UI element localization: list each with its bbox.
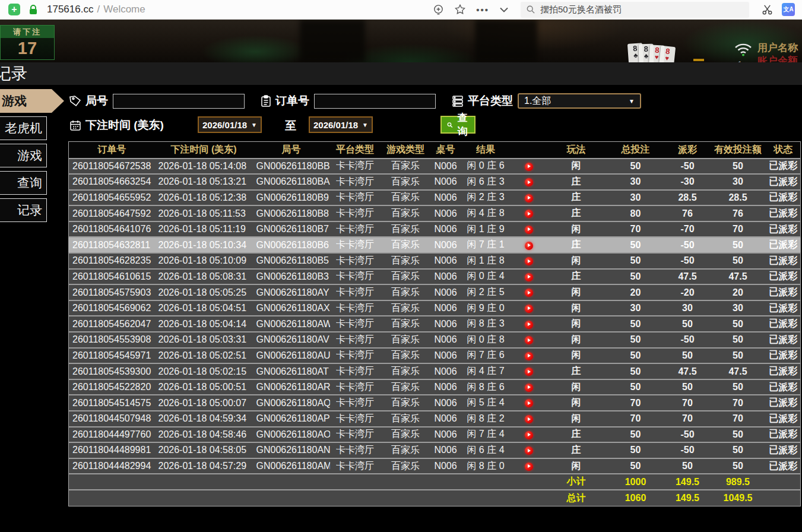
table-row[interactable]: 260118054569062 2026-01-18 05:04:51 GN00… (69, 300, 801, 316)
cell-table-number: N006 (431, 159, 461, 175)
cell-platform: 卡卡湾厅 (330, 363, 381, 379)
play-icon[interactable] (525, 463, 533, 471)
play-icon[interactable] (525, 446, 533, 455)
cell-result: 闲 7 庄 1 (461, 237, 511, 253)
more-icon[interactable]: ••• (476, 5, 489, 15)
cell-play-type: 庄 (547, 237, 606, 253)
cell-game-type: 百家乐 (381, 159, 431, 175)
cell-round-number: GN006261180BA (253, 174, 330, 190)
search-box[interactable]: 摆拍50元换名酒被罚 (521, 2, 749, 18)
table-row[interactable]: 260118044482994 2026-01-18 04:57:29 GN00… (69, 458, 801, 474)
table-row[interactable]: 260118044507948 2026-01-18 04:59:34 GN00… (69, 411, 801, 427)
play-icon[interactable] (525, 415, 533, 423)
platform-select[interactable]: 1.全部 ▼ (518, 93, 641, 109)
search-icon (527, 5, 535, 14)
cell-total-bet: 30 (606, 300, 665, 316)
cell-bet-time: 2026-01-18 05:13:21 (155, 174, 253, 190)
cell-total-bet: 70 (606, 395, 665, 411)
star-icon[interactable] (455, 4, 465, 15)
play-icon[interactable] (525, 336, 533, 344)
cell-game-type: 百家乐 (381, 269, 431, 285)
cell-total-bet: 50 (606, 316, 665, 332)
chevron-down-icon[interactable] (500, 7, 508, 12)
col-table: 桌号 (431, 142, 461, 159)
table-row[interactable]: 260118054655952 2026-01-18 05:12:38 GN00… (69, 190, 801, 206)
table-row[interactable]: 260118054628235 2026-01-18 05:10:09 GN00… (69, 253, 801, 269)
cell-total-bet: 50 (606, 159, 665, 175)
sidebar-item-games[interactable]: 游戏 (0, 89, 64, 113)
table-row[interactable]: 260118054672538 2026-01-18 05:14:08 GN00… (69, 159, 801, 175)
query-button[interactable]: 查询 (440, 116, 476, 134)
table-row[interactable]: 260118054632811 2026-01-18 05:10:34 GN00… (69, 237, 801, 253)
date-from-picker[interactable]: 2026/01/18▼ (198, 116, 262, 133)
translate-icon[interactable]: 文A (782, 3, 795, 16)
table-row[interactable]: 260118054514575 2026-01-18 05:00:07 GN00… (69, 395, 801, 411)
table-row[interactable]: 260118054610615 2026-01-18 05:08:31 GN00… (69, 269, 801, 285)
collect-icon[interactable] (433, 4, 444, 15)
cell-table-number: N006 (431, 332, 461, 348)
play-icon[interactable] (525, 431, 533, 439)
round-input[interactable] (113, 94, 245, 109)
table-row[interactable]: 260118054641076 2026-01-18 05:11:19 GN00… (69, 221, 801, 238)
table-row[interactable]: 260118054575903 2026-01-18 05:05:25 GN00… (69, 284, 801, 300)
table-row[interactable]: 260118054663254 2026-01-18 05:13:21 GN00… (69, 174, 801, 190)
table-row[interactable]: 260118054522820 2026-01-18 05:00:51 GN00… (69, 379, 801, 395)
play-icon[interactable] (525, 163, 533, 171)
cell-table-number: N006 (431, 174, 461, 190)
cell-platform: 卡卡湾厅 (330, 284, 381, 300)
col-platform: 平台类型 (330, 142, 381, 159)
play-icon[interactable] (525, 352, 533, 360)
play-icon[interactable] (525, 210, 533, 218)
play-icon[interactable] (525, 226, 533, 234)
col-time: 下注时间 (美东) (155, 142, 253, 159)
cell-status: 已派彩 (766, 205, 801, 221)
order-input[interactable] (314, 94, 436, 109)
subtotal-valid: 989.5 (710, 474, 766, 490)
scissors-icon[interactable] (762, 4, 773, 15)
date-to-picker[interactable]: 2026/01/18▼ (309, 116, 373, 133)
play-icon[interactable] (525, 368, 533, 376)
sidebar-item-slots[interactable]: 老虎机 (0, 116, 47, 140)
table-row[interactable]: 260118054545971 2026-01-18 05:02:51 GN00… (69, 348, 801, 364)
play-icon[interactable] (525, 289, 533, 297)
sidebar-item-records[interactable]: 记录 (0, 198, 47, 222)
cell-game-type: 百家乐 (381, 442, 431, 458)
sidebar-item-query[interactable]: 查询 (0, 171, 47, 195)
adblock-shield-icon[interactable]: + (8, 4, 20, 15)
play-icon[interactable] (525, 257, 533, 265)
cell-game-type: 百家乐 (381, 253, 431, 269)
table-row[interactable]: 260118044489981 2026-01-18 04:58:05 GN00… (69, 442, 801, 458)
cell-bet-time: 2026-01-18 05:00:51 (155, 379, 253, 395)
play-icon[interactable] (525, 242, 533, 250)
play-icon[interactable] (525, 178, 533, 186)
table-row[interactable]: 260118054647592 2026-01-18 05:11:53 GN00… (69, 205, 801, 221)
play-icon[interactable] (525, 273, 533, 281)
play-icon[interactable] (525, 384, 533, 392)
lock-icon[interactable] (29, 5, 37, 15)
cell-bet-time: 2026-01-18 04:57:29 (155, 458, 253, 474)
order-label: 订单号 (275, 93, 309, 109)
sidebar-item-games-2[interactable]: 游戏 (0, 144, 47, 167)
table-row[interactable]: 260118044497760 2026-01-18 04:58:46 GN00… (69, 427, 801, 443)
cell-order-number: 260118054539300 (69, 363, 155, 379)
cell-payout: 50 (665, 348, 710, 364)
table-row[interactable]: 260118054562047 2026-01-18 05:04:14 GN00… (69, 316, 801, 332)
play-icon[interactable] (525, 399, 533, 407)
cell-round-number: GN006261180AV (253, 332, 330, 348)
table-row[interactable]: 260118054553908 2026-01-18 05:03:31 GN00… (69, 332, 801, 348)
table-row[interactable]: 260118054539300 2026-01-18 05:02:15 GN00… (69, 363, 801, 379)
browser-toolbar: + 175616.cc / Welcome ••• 摆拍50元换名酒被罚 文A (0, 0, 802, 20)
cell-total-bet: 50 (606, 379, 665, 395)
cell-result: 闲 7 庄 6 (461, 348, 511, 364)
dealt-cards: 8♣ 8♣ 8♥ 8♥ (628, 43, 675, 62)
cell-bet-time: 2026-01-18 04:58:46 (155, 427, 253, 443)
play-icon[interactable] (525, 321, 533, 329)
cell-valid-bet: 50 (710, 379, 766, 395)
play-icon[interactable] (525, 305, 533, 313)
url-host[interactable]: 175616.cc (47, 4, 93, 15)
search-query: 摆拍50元换名酒被罚 (540, 4, 622, 15)
cell-valid-bet: 50 (710, 332, 766, 348)
cell-payout: 30 (665, 300, 710, 316)
cell-payout: 50 (665, 316, 710, 332)
play-icon[interactable] (525, 194, 533, 202)
